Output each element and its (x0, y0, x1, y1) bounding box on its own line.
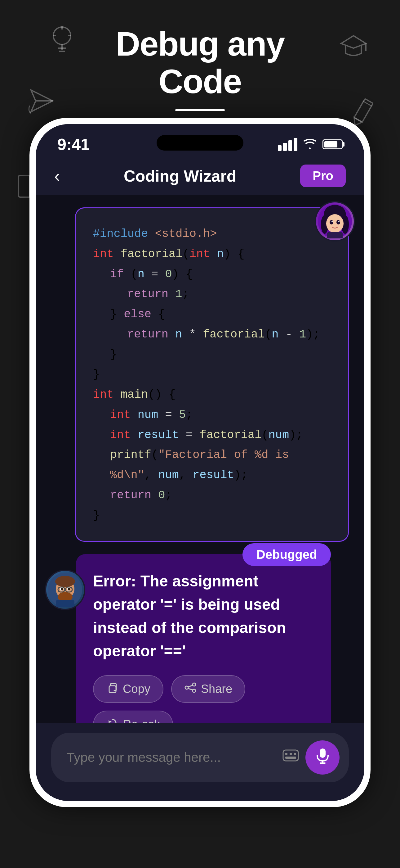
user-avatar (315, 201, 355, 242)
wifi-icon (303, 137, 317, 152)
nav-bar: ‹ Coding Wizard Pro (36, 158, 364, 195)
user-code-message: #include <stdio.h> int factorial(int n) … (75, 207, 349, 542)
action-buttons: Copy (93, 675, 314, 723)
svg-rect-46 (290, 753, 292, 755)
svg-rect-49 (320, 748, 326, 758)
back-button[interactable]: ‹ (54, 166, 60, 186)
svg-line-42 (188, 688, 193, 690)
svg-point-40 (193, 689, 196, 692)
share-button[interactable]: Share (171, 675, 245, 703)
svg-rect-48 (285, 756, 296, 759)
svg-point-20 (330, 220, 333, 224)
header-divider (175, 109, 225, 111)
header: Debug any Code (0, 25, 400, 111)
svg-point-27 (55, 576, 75, 587)
debugged-badge: Debugged (242, 543, 331, 566)
reask-button[interactable]: Re-ask (93, 711, 173, 723)
phone-screen: 9:41 (36, 124, 364, 801)
svg-point-31 (61, 588, 63, 590)
ai-response-message: Debugged Error: The assignment operator … (51, 554, 331, 723)
mic-icon (314, 747, 331, 768)
mic-button[interactable] (305, 740, 339, 775)
battery-icon (323, 140, 343, 149)
svg-line-41 (188, 685, 193, 687)
code-block: #include <stdio.h> int factorial(int n) … (75, 207, 349, 542)
ai-bubble: Debugged Error: The assignment operator … (76, 554, 331, 723)
svg-point-23 (338, 221, 339, 222)
svg-marker-43 (108, 720, 112, 723)
message-input[interactable] (61, 747, 276, 768)
pro-badge[interactable]: Pro (300, 164, 346, 187)
svg-point-38 (193, 683, 196, 686)
dynamic-island (157, 135, 243, 151)
status-time: 9:41 (57, 135, 90, 154)
chat-area: #include <stdio.h> int factorial(int n) … (36, 195, 364, 723)
keyboard-icon (282, 748, 299, 767)
input-area (36, 723, 364, 801)
svg-point-19 (326, 214, 343, 233)
ai-avatar (45, 570, 85, 610)
ai-message-text: Error: The assignment operator '=' is be… (93, 570, 314, 663)
copy-icon (106, 681, 119, 696)
svg-rect-24 (327, 232, 343, 239)
nav-title: Coding Wizard (124, 167, 237, 185)
svg-point-21 (336, 220, 340, 224)
page-title: Debug any Code (0, 25, 400, 100)
svg-rect-45 (285, 753, 288, 755)
svg-rect-44 (283, 750, 298, 761)
svg-point-39 (185, 686, 188, 689)
share-label: Share (201, 682, 232, 696)
reask-icon (106, 717, 119, 723)
status-icons (278, 137, 343, 152)
copy-button[interactable]: Copy (93, 675, 163, 703)
svg-point-22 (331, 221, 333, 222)
copy-label: Copy (123, 682, 151, 696)
reask-label: Re-ask (123, 718, 160, 723)
svg-rect-47 (294, 753, 296, 755)
svg-rect-36 (56, 600, 74, 607)
svg-point-32 (68, 588, 70, 590)
phone-frame: 9:41 (29, 118, 371, 807)
signal-icon (278, 138, 297, 151)
phone-mockup: 9:41 (29, 118, 371, 807)
share-icon (184, 681, 197, 696)
svg-rect-37 (109, 686, 116, 692)
input-bar (51, 733, 349, 782)
